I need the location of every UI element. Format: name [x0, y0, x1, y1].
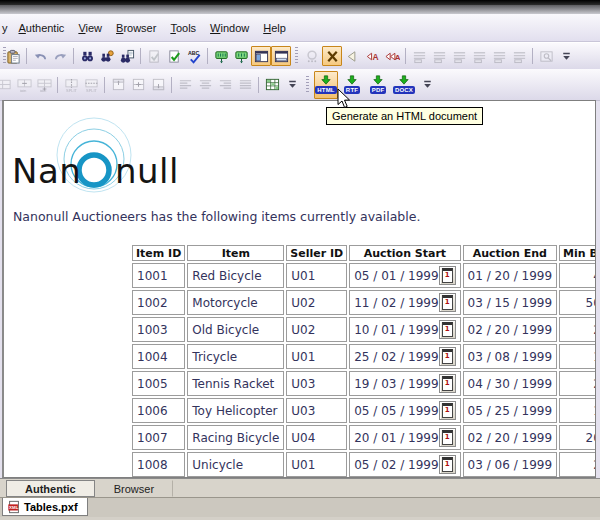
split-vertical-icon[interactable]: SPLIT [81, 75, 101, 95]
table-cell[interactable]: Toy Helicopter [187, 398, 284, 423]
export-docx-button[interactable]: DOCX [392, 71, 416, 99]
row-op-icon[interactable] [489, 46, 509, 66]
info-window-toggle-icon[interactable] [271, 46, 291, 66]
collapse-a-icon[interactable]: A [362, 46, 382, 66]
table-cell[interactable]: Motorcycle [187, 290, 284, 315]
date-picker-button[interactable]: 1 [439, 428, 456, 447]
table-cell[interactable]: U02 [286, 290, 347, 315]
table-cell[interactable]: 25 / 02 / 19991 [349, 344, 460, 369]
table-cell[interactable]: 01 / 20 / 1999 [463, 263, 557, 288]
row-op-icon[interactable] [409, 46, 429, 66]
table-cell[interactable]: 1005 [132, 371, 185, 396]
table-partial-icon[interactable] [0, 75, 14, 95]
collapse-left-icon[interactable] [342, 46, 362, 66]
table-cell[interactable]: 20 [559, 371, 596, 396]
export-html-button[interactable]: HTML [314, 71, 338, 99]
redo-icon[interactable] [50, 46, 70, 66]
table-cell[interactable]: 10 [559, 398, 596, 423]
row-op-icon[interactable] [429, 46, 449, 66]
table-cell[interactable]: 25 [559, 452, 596, 477]
intro-paragraph[interactable]: Nanonull Auctioneers has the following i… [13, 209, 420, 224]
table-cell[interactable]: Tricycle [187, 344, 284, 369]
table-cell[interactable]: U02 [286, 317, 347, 342]
menu-clipped[interactable]: y [0, 19, 12, 37]
toolbar-grip[interactable] [306, 76, 309, 94]
date-value[interactable]: 05 / 02 / 1999 [354, 458, 438, 472]
table-cell[interactable]: U01 [286, 263, 347, 288]
undo-icon[interactable] [30, 46, 50, 66]
table-cell[interactable]: 200 [559, 425, 596, 450]
date-value[interactable]: 05 / 05 / 1999 [354, 404, 438, 418]
table-cell[interactable]: 02 / 20 / 1999 [463, 317, 557, 342]
find-icon[interactable] [77, 46, 97, 66]
split-horizontal-icon[interactable]: SPLIT [61, 75, 81, 95]
table-cell[interactable]: U01 [286, 344, 347, 369]
date-picker-button[interactable]: 1 [439, 266, 456, 285]
table-cell[interactable]: 10 / 01 / 19991 [349, 317, 460, 342]
spell-check-icon[interactable]: ABC [184, 46, 204, 66]
align-right-icon[interactable] [215, 75, 235, 95]
date-picker-button[interactable]: 1 [439, 347, 456, 366]
table-cell[interactable]: Red Bicycle [187, 263, 284, 288]
table-cell[interactable]: 500 [559, 290, 596, 315]
align-left-icon[interactable] [175, 75, 195, 95]
table-cell[interactable]: 15 [559, 344, 596, 369]
menu-browser[interactable]: Browser [109, 19, 163, 37]
table-cell[interactable]: U01 [286, 452, 347, 477]
table-cell[interactable]: 1003 [132, 317, 185, 342]
table-cell[interactable]: 1008 [132, 452, 185, 477]
overflow-icon[interactable] [556, 46, 576, 66]
table-cell[interactable]: U03 [286, 371, 347, 396]
table-cell[interactable]: 25 [559, 317, 596, 342]
table-cell[interactable]: 20 / 01 / 19991 [349, 425, 460, 450]
hide-markup-icon[interactable] [322, 46, 342, 66]
table-cell[interactable]: U04 [286, 425, 347, 450]
menu-authentic[interactable]: Authentic [12, 19, 72, 37]
collapse-aa-icon[interactable]: A [382, 46, 402, 66]
align-justify-icon[interactable] [235, 75, 255, 95]
cell-top-icon[interactable] [108, 75, 128, 95]
cell-middle-icon[interactable] [128, 75, 148, 95]
find-in-files-icon[interactable] [117, 46, 137, 66]
menu-view[interactable]: View [71, 19, 109, 37]
date-value[interactable]: 11 / 02 / 1999 [354, 296, 438, 310]
menu-window[interactable]: Window [203, 19, 256, 37]
row-op-icon[interactable] [469, 46, 489, 66]
export-pdf-button[interactable]: PDF [366, 71, 390, 99]
table-cell[interactable]: 05 / 02 / 19991 [349, 452, 460, 477]
date-value[interactable]: 05 / 01 / 1999 [354, 269, 438, 283]
cell-bottom-icon[interactable] [148, 75, 168, 95]
table-cell[interactable]: 02 / 20 / 1999 [463, 425, 557, 450]
table-cell[interactable]: Tennis Racket [187, 371, 284, 396]
paste-icon[interactable] [3, 46, 23, 66]
join-cells-icon[interactable]: join [14, 75, 34, 95]
date-picker-button[interactable]: 1 [439, 293, 456, 312]
menu-help[interactable]: Help [256, 19, 293, 37]
row-op-icon[interactable] [509, 46, 529, 66]
table-cell[interactable]: 1002 [132, 290, 185, 315]
date-value[interactable]: 10 / 01 / 1999 [354, 323, 438, 337]
view-tab-browser[interactable]: Browser [95, 480, 173, 497]
table-cell[interactable]: Unicycle [187, 452, 284, 477]
table-cell[interactable]: 1001 [132, 263, 185, 288]
table-cell[interactable]: U03 [286, 398, 347, 423]
join-table-icon[interactable]: join [34, 75, 54, 95]
table-cell[interactable]: 1004 [132, 344, 185, 369]
table-cell[interactable]: 11 / 02 / 19991 [349, 290, 460, 315]
table-cell[interactable]: 03 / 08 / 1999 [463, 344, 557, 369]
table-cell[interactable]: 03 / 06 / 1999 [463, 452, 557, 477]
overflow-icon[interactable] [417, 75, 437, 95]
project-window-toggle-icon[interactable] [251, 46, 271, 66]
table-properties-icon[interactable] [262, 75, 282, 95]
toolbar-grip[interactable] [295, 47, 298, 65]
table-cell[interactable]: 05 / 25 / 1999 [463, 398, 557, 423]
table-cell[interactable]: 03 / 15 / 1999 [463, 290, 557, 315]
table-cell[interactable]: 40 [559, 263, 596, 288]
validate-ok-icon[interactable] [164, 46, 184, 66]
date-picker-button[interactable]: 1 [439, 455, 456, 474]
table-cell[interactable]: Racing Bicycle [187, 425, 284, 450]
date-value[interactable]: 20 / 01 / 1999 [354, 431, 438, 445]
document-tab[interactable]: XMLTables.pxf [2, 498, 88, 516]
relationships-icon[interactable] [302, 46, 322, 66]
date-picker-button[interactable]: 1 [439, 374, 456, 393]
